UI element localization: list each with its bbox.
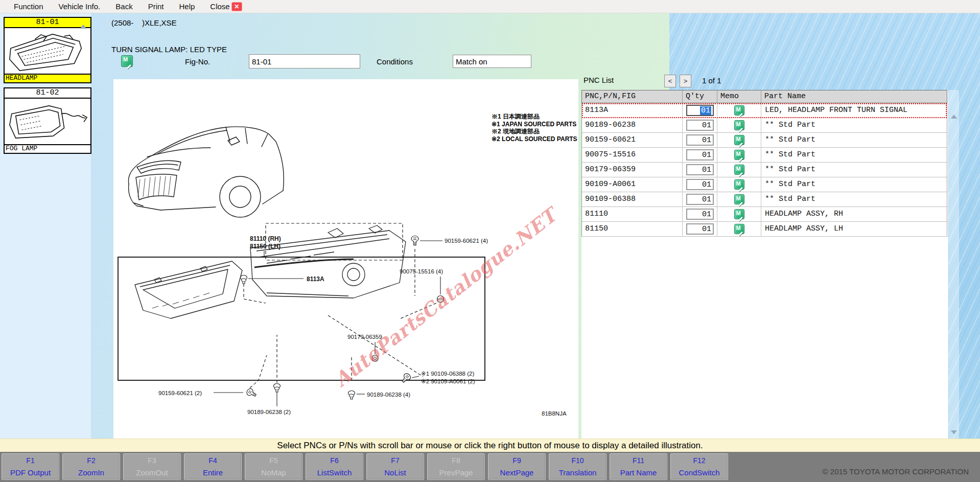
fkey-f12-condswitch[interactable]: F12CondSwitch: [670, 453, 728, 480]
memo-icon[interactable]: M: [734, 209, 744, 219]
table-row[interactable]: 90179-06359 01 M ** Std Part: [582, 163, 947, 177]
fkey-f6-listswitch[interactable]: F6ListSwitch: [306, 453, 363, 480]
table-header: PNC,P/N,FIG Q'ty Memo Part Name: [581, 90, 947, 103]
col-header-part-name: Part Name: [761, 90, 947, 103]
table-row[interactable]: 81110 01 M HEADLAMP ASSY, RH: [582, 207, 947, 222]
qty-input[interactable]: 01: [686, 164, 714, 175]
qty-input[interactable]: 01: [686, 149, 714, 160]
table-row[interactable]: 90189-06238 01 M ** Std Part: [582, 118, 947, 133]
fkey-f7-nolist[interactable]: F7NoList: [366, 453, 424, 480]
part-label: ※2 90109-A0061 (2): [421, 378, 475, 384]
fkey-f9-nextpage[interactable]: F9NextPage: [488, 453, 546, 480]
page-indicator: 1 of 1: [702, 76, 721, 85]
part-label: 90189-06238 (2): [247, 409, 291, 415]
memo-icon[interactable]: M: [121, 55, 133, 67]
figure-thumbnail-sidebar: 81-01 HEADLAMP 81-02: [0, 13, 91, 439]
foglamp-thumbnail-image: [5, 99, 90, 144]
menu-item-close[interactable]: Close: [202, 2, 230, 11]
parts-diagram-canvas[interactable]: 81110 (RH) 81150 (LH) 90159-60621 (4) 81…: [113, 79, 578, 439]
next-page-button[interactable]: >: [680, 75, 691, 87]
clip-icon: [274, 384, 281, 393]
clip-icon: [348, 391, 355, 400]
table-row[interactable]: 81150 01 M HEADLAMP ASSY, LH: [582, 222, 947, 237]
sidebar-item-fig-81-01[interactable]: 81-01 HEADLAMP: [4, 17, 91, 83]
car-sketch: [128, 127, 284, 217]
menu-item-vehicle-info[interactable]: Vehicle Info.: [51, 2, 108, 11]
function-key-bar: F1PDF Output F2ZoomIn F3ZoomOut F4Entire…: [0, 452, 980, 482]
qty-input[interactable]: 01: [686, 105, 714, 116]
menu-item-function[interactable]: Function: [6, 2, 51, 11]
menu-item-print[interactable]: Print: [141, 2, 172, 11]
table-row[interactable]: 90159-60621 01 M ** Std Part: [582, 133, 947, 148]
memo-icon[interactable]: M: [734, 105, 744, 116]
col-header-pnc: PNC,P/N,FIG: [582, 90, 683, 103]
qty-input[interactable]: 01: [686, 134, 714, 146]
headlamp-lens-drawing: [135, 261, 242, 318]
fig-no-input[interactable]: [249, 54, 360, 68]
thumb-fig-number: 81-01: [5, 18, 90, 28]
bolt-icon: [400, 372, 412, 384]
scroll-up-icon[interactable]: [951, 114, 957, 119]
part-label: ※1 90109-06388 (2): [421, 371, 474, 377]
table-row[interactable]: 8113A 01 M LED, HEADLAMP FRONT TURN SIGN…: [582, 103, 947, 118]
thumb-caption: FOG LAMP: [5, 144, 90, 153]
memo-icon[interactable]: M: [734, 179, 744, 190]
table-body: 8113A 01 M LED, HEADLAMP FRONT TURN SIGN…: [581, 103, 947, 237]
headlamp-thumbnail-image: [5, 28, 90, 74]
fkey-f8-prevpage: F8PrevPage: [427, 453, 485, 480]
sourcing-notes: ※1 日本調達部品 ※1 JAPAN SOURCED PARTS ※2 現地調達…: [492, 113, 577, 143]
bolt-icon: [246, 387, 258, 398]
close-icon[interactable]: ✕: [231, 2, 242, 11]
memo-icon[interactable]: M: [734, 224, 744, 234]
qty-input[interactable]: 01: [686, 194, 714, 205]
fkey-f4-entire[interactable]: F4Entire: [184, 453, 242, 480]
part-label: 81150 (LH): [250, 243, 281, 250]
part-label: 90075-15516 (4): [400, 268, 443, 274]
fkey-f11-part-name[interactable]: F11Part Name: [610, 453, 667, 480]
vehicle-spec-text: (2508- )XLE,XSE: [111, 18, 177, 27]
pnc-list-label: PNC List: [584, 76, 614, 84]
part-label: 90159-60621 (4): [445, 238, 488, 244]
qty-input[interactable]: 01: [686, 179, 714, 190]
memo-icon[interactable]: M: [734, 120, 744, 130]
scroll-down-icon[interactable]: [951, 430, 957, 434]
part-label: 81110 (RH): [250, 235, 281, 242]
bolt-icon: [411, 236, 418, 246]
fkey-f10-translation[interactable]: F10Translation: [549, 453, 606, 480]
memo-icon[interactable]: M: [734, 135, 744, 145]
thumb-caption: HEADLAMP: [5, 74, 90, 82]
list-scrollbar[interactable]: [949, 90, 959, 439]
qty-input[interactable]: 01: [686, 120, 714, 131]
figure-code: 81B8NJA: [542, 410, 567, 417]
status-message: Select PNCs or P/Ns with scroll bar or m…: [277, 441, 703, 451]
table-row[interactable]: 90109-06388 01 M ** Std Part: [582, 192, 947, 207]
fkey-f1-pdf-output[interactable]: F1PDF Output: [2, 453, 59, 480]
prev-page-button[interactable]: <: [664, 75, 676, 87]
memo-icon[interactable]: M: [734, 150, 744, 160]
part-label: 90159-60621 (2): [158, 390, 202, 396]
clip-icon: [241, 276, 247, 284]
sidebar-scroll-up-icon[interactable]: [80, 25, 86, 29]
memo-icon[interactable]: M: [734, 194, 744, 204]
fkey-f2-zoomin[interactable]: F2ZoomIn: [62, 453, 120, 480]
conditions-input[interactable]: [453, 55, 531, 68]
thumb-fig-number: 81-02: [5, 88, 90, 99]
qty-input[interactable]: 01: [686, 223, 714, 235]
pnc-list-panel: PNC,P/N,FIG Q'ty Memo Part Name 8113A 01…: [581, 90, 948, 439]
part-label: 90189-06238 (4): [367, 392, 410, 398]
fkey-f5-nomap: F5NoMap: [245, 453, 302, 480]
menu-item-back[interactable]: Back: [108, 2, 140, 11]
table-row[interactable]: 90075-15516 01 M ** Std Part: [582, 148, 947, 163]
copyright-text: © 2015 TOYOTA MOTOR CORPORATION: [823, 467, 969, 476]
menu-bar: Function Vehicle Info. Back Print Help C…: [0, 0, 980, 13]
status-bar: Select PNCs or P/Ns with scroll bar or m…: [0, 439, 980, 452]
memo-icon[interactable]: M: [734, 165, 744, 175]
menu-item-help[interactable]: Help: [171, 2, 202, 11]
table-row[interactable]: 90109-A0061 01 M ** Std Part: [582, 177, 947, 192]
qty-input[interactable]: 01: [686, 209, 714, 220]
figure-title: TURN SIGNAL LAMP: LED TYPE: [111, 45, 227, 54]
part-label: 8113A: [307, 276, 324, 283]
fig-no-label: Fig-No.: [185, 57, 210, 66]
sidebar-item-fig-81-02[interactable]: 81-02 FOG LAMP: [4, 87, 91, 154]
col-header-memo: Memo: [717, 90, 761, 103]
